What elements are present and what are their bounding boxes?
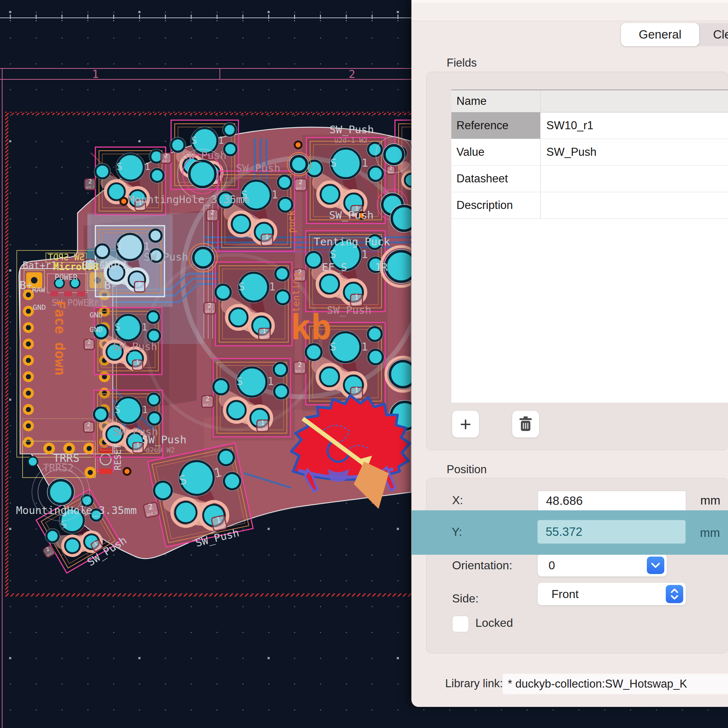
svg-text:1: 1 (138, 281, 142, 288)
svg-text:1: 1 (355, 294, 359, 301)
switch-footprint[interactable]: 1switch2gnd_rS1 (202, 359, 291, 437)
silkscreen-label: SW_Push (144, 251, 188, 263)
side-dropdown[interactable]: Front (538, 583, 686, 605)
table-row[interactable]: ValueSW_Push (451, 139, 728, 166)
field-value-cell[interactable] (541, 192, 728, 219)
svg-text:switch: switch (135, 288, 145, 291)
mounting-hole-pad[interactable] (287, 153, 310, 176)
x-input[interactable]: 48.686 (538, 491, 686, 511)
svg-text:gnd_r: gnd_r (84, 428, 93, 432)
silkscreen-label: 1 (92, 68, 99, 80)
silkscreen-label: Tenting Puck (314, 236, 390, 248)
drc-marker[interactable] (119, 197, 128, 206)
silkscreen-label: RAW (32, 285, 46, 294)
silkscreen-label: u2d-1 W2 (334, 136, 368, 144)
position-section-label: Position (447, 463, 487, 476)
svg-text:1: 1 (261, 419, 265, 427)
silkscreen-label: SW_SPDT (48, 252, 84, 262)
silkscreen-label: TRRS2 (43, 462, 73, 474)
svg-text:1: 1 (136, 442, 140, 448)
silkscreen-label: puck (286, 210, 297, 233)
svg-text:S: S (330, 156, 337, 169)
tab-clearance[interactable]: Clearance (713, 23, 728, 46)
field-name-cell[interactable]: Description (451, 192, 541, 219)
table-row[interactable]: ReferenceSW10_r1 (451, 112, 728, 139)
position-group: X: 48.686 mm Orientation: 0 Side: Front (426, 478, 728, 653)
dialog-titlebar[interactable] (412, 3, 728, 21)
svg-text:gnd_r: gnd_r (86, 186, 95, 189)
orientation-dropdown[interactable]: 0 (538, 554, 667, 577)
svg-text:1: 1 (272, 188, 278, 201)
column-header-value[interactable]: Value (541, 90, 728, 112)
svg-text:1: 1 (219, 135, 224, 146)
svg-text:S: S (115, 322, 121, 333)
silkscreen-label: tenting (291, 272, 301, 312)
switch-footprint[interactable]: 1switch2gnd_rS1 (204, 262, 292, 346)
stepper-chevrons-icon[interactable] (666, 585, 683, 603)
field-name-cell[interactable]: Value (451, 139, 541, 165)
svg-text:gnd_r: gnd_r (205, 309, 214, 313)
svg-text:gnd_r: gnd_r (85, 346, 93, 349)
svg-text:gnd_r: gnd_r (208, 217, 217, 220)
svg-text:1: 1 (144, 241, 150, 252)
svg-text:1: 1 (355, 386, 359, 394)
delete-field-button[interactable] (512, 410, 540, 438)
svg-text:1: 1 (267, 375, 274, 388)
dialog-titlebar-strip (412, 0, 728, 3)
field-value-cell[interactable]: SW10_r1 (541, 112, 728, 139)
side-value: Front (551, 587, 579, 601)
silkscreen-label: SW_Push (182, 149, 226, 162)
x-label: X: (452, 494, 463, 507)
fields-table-body: ReferenceSW10_r1ValueSW_PushDatasheetDes… (451, 112, 728, 219)
x-value: 48.686 (546, 494, 583, 508)
side-label: Side: (452, 592, 479, 605)
svg-text:1: 1 (269, 281, 275, 293)
silkscreen-label: SW_Push (142, 434, 187, 446)
svg-text:S: S (239, 281, 245, 293)
table-row[interactable]: Datasheet (451, 166, 728, 192)
silkscreen-label: POWER (55, 273, 78, 282)
ruler (0, 15, 412, 21)
add-field-button[interactable]: + (452, 410, 479, 438)
svg-text:1: 1 (361, 340, 368, 353)
silkscreen-label: GND (33, 303, 46, 312)
svg-text:S: S (191, 135, 197, 146)
field-name-cell[interactable]: Datasheet (451, 166, 541, 192)
library-link-value[interactable]: * duckyb-collection:SW_Hotswap_K (503, 674, 728, 694)
table-row[interactable]: Description (451, 192, 728, 219)
y-unit-label: mm (700, 526, 720, 540)
fields-section-label: Fields (447, 57, 477, 70)
y-input[interactable]: 55.372 (537, 520, 686, 544)
drc-marker[interactable] (123, 467, 132, 476)
silkscreen-label: 2 (349, 68, 355, 80)
orientation-value: 0 (549, 559, 555, 572)
field-name-cell[interactable]: Reference (451, 112, 541, 139)
svg-text:1: 1 (262, 327, 266, 335)
drc-marker[interactable] (294, 141, 303, 149)
svg-text:2: 2 (208, 301, 212, 309)
mounting-hole-pad[interactable] (189, 243, 217, 272)
footprint-properties-dialog: General Clearance Fields Name Value Refe… (411, 0, 728, 707)
field-value-cell[interactable] (541, 166, 728, 192)
svg-text:2: 2 (390, 165, 392, 171)
svg-text:2: 2 (87, 338, 91, 345)
chevron-down-icon[interactable] (647, 557, 664, 574)
svg-text:1: 1 (361, 156, 368, 169)
trash-icon (519, 416, 532, 432)
silkscreen-label: EF_S (322, 261, 347, 274)
orientation-label: Orientation: (452, 559, 512, 572)
silkscreen-label: kb (291, 307, 332, 347)
y-label: Y: (452, 525, 462, 539)
column-header-name[interactable]: Name (451, 90, 541, 112)
locked-checkbox[interactable] (452, 616, 469, 632)
library-link-label: Library link: (445, 677, 503, 690)
tab-general[interactable]: General (621, 23, 699, 46)
field-value-cell[interactable]: SW_Push (541, 139, 728, 165)
svg-text:2: 2 (206, 395, 210, 402)
tab-general-label: General (639, 28, 681, 41)
silkscreen-label: B+ (20, 279, 33, 292)
fields-table-header: Name Value (451, 90, 728, 112)
silkscreen-label: SW_Push (327, 304, 371, 317)
svg-text:switch: switch (135, 207, 145, 210)
svg-text:2: 2 (164, 152, 167, 159)
